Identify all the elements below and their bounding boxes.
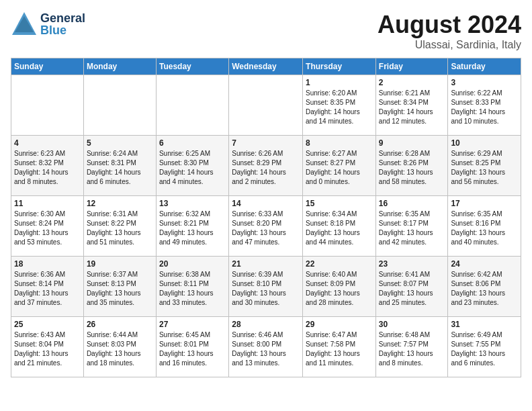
day-info: Sunrise: 6:48 AM Sunset: 7:57 PM Dayligh… [379,330,445,368]
calendar-day-cell: 18Sunrise: 6:36 AM Sunset: 8:14 PM Dayli… [11,257,84,317]
logo-blue: Blue [40,24,85,36]
day-number: 4 [14,138,81,148]
day-number: 31 [451,320,518,329]
day-info: Sunrise: 6:46 AM Sunset: 8:00 PM Dayligh… [232,330,300,368]
day-info: Sunrise: 6:20 AM Sunset: 8:35 PM Dayligh… [306,89,373,126]
day-number: 11 [14,199,81,208]
day-number: 13 [159,199,226,208]
day-number: 17 [451,199,518,208]
day-info: Sunrise: 6:34 AM Sunset: 8:18 PM Dayligh… [306,210,373,247]
day-number: 28 [232,320,300,329]
day-number: 20 [159,259,226,269]
calendar-day-cell: 3Sunrise: 6:22 AM Sunset: 8:33 PM Daylig… [448,75,521,136]
calendar-day-header: Monday [83,58,156,75]
day-info: Sunrise: 6:37 AM Sunset: 8:13 PM Dayligh… [87,270,153,308]
calendar-day-cell: 30Sunrise: 6:48 AM Sunset: 7:57 PM Dayli… [375,317,448,377]
logo: General Blue [11,11,85,38]
calendar-header-row: SundayMondayTuesdayWednesdayThursdayFrid… [11,58,521,75]
day-info: Sunrise: 6:23 AM Sunset: 8:32 PM Dayligh… [14,149,81,187]
calendar-day-cell: 20Sunrise: 6:38 AM Sunset: 8:11 PM Dayli… [156,257,228,317]
calendar-week-row: 4Sunrise: 6:23 AM Sunset: 8:32 PM Daylig… [11,136,521,196]
title-area: August 2024 Ulassai, Sardinia, Italy [378,11,521,51]
day-number: 6 [159,138,226,148]
day-info: Sunrise: 6:41 AM Sunset: 8:07 PM Dayligh… [379,270,445,308]
day-number: 12 [87,199,153,208]
logo-general: General [40,12,85,24]
calendar-day-cell: 8Sunrise: 6:27 AM Sunset: 8:27 PM Daylig… [303,136,376,196]
day-info: Sunrise: 6:28 AM Sunset: 8:26 PM Dayligh… [379,149,445,187]
day-info: Sunrise: 6:26 AM Sunset: 8:29 PM Dayligh… [232,149,300,187]
day-number: 30 [379,320,445,329]
day-number: 22 [306,259,373,269]
calendar-day-cell [156,75,228,136]
calendar-day-cell: 21Sunrise: 6:39 AM Sunset: 8:10 PM Dayli… [229,257,303,317]
calendar-day-header: Thursday [303,58,376,75]
calendar-day-cell: 11Sunrise: 6:30 AM Sunset: 8:24 PM Dayli… [11,196,84,257]
calendar-day-cell: 28Sunrise: 6:46 AM Sunset: 8:00 PM Dayli… [229,317,303,377]
calendar-day-cell: 26Sunrise: 6:44 AM Sunset: 8:03 PM Dayli… [83,317,156,377]
day-info: Sunrise: 6:27 AM Sunset: 8:27 PM Dayligh… [306,149,373,187]
calendar-day-cell: 14Sunrise: 6:33 AM Sunset: 8:20 PM Dayli… [229,196,303,257]
day-info: Sunrise: 6:22 AM Sunset: 8:33 PM Dayligh… [451,89,518,126]
calendar-day-cell: 1Sunrise: 6:20 AM Sunset: 8:35 PM Daylig… [303,75,376,136]
day-info: Sunrise: 6:36 AM Sunset: 8:14 PM Dayligh… [14,270,81,308]
calendar-week-row: 11Sunrise: 6:30 AM Sunset: 8:24 PM Dayli… [11,196,521,257]
calendar-week-row: 18Sunrise: 6:36 AM Sunset: 8:14 PM Dayli… [11,257,521,317]
page-header: General Blue August 2024 Ulassai, Sardin… [11,11,521,51]
day-number: 8 [306,138,373,148]
calendar-day-header: Sunday [11,58,84,75]
calendar-day-cell: 16Sunrise: 6:35 AM Sunset: 8:17 PM Dayli… [375,196,448,257]
calendar-day-cell: 23Sunrise: 6:41 AM Sunset: 8:07 PM Dayli… [375,257,448,317]
location-subtitle: Ulassai, Sardinia, Italy [378,39,521,51]
calendar-day-cell: 13Sunrise: 6:32 AM Sunset: 8:21 PM Dayli… [156,196,228,257]
calendar-day-cell: 27Sunrise: 6:45 AM Sunset: 8:01 PM Dayli… [156,317,228,377]
day-number: 9 [379,138,445,148]
logo-icon [11,11,38,38]
day-number: 10 [451,138,518,148]
calendar-day-cell: 2Sunrise: 6:21 AM Sunset: 8:34 PM Daylig… [375,75,448,136]
calendar-day-cell: 10Sunrise: 6:29 AM Sunset: 8:25 PM Dayli… [448,136,521,196]
day-number: 19 [87,259,153,269]
day-number: 15 [306,199,373,208]
day-info: Sunrise: 6:29 AM Sunset: 8:25 PM Dayligh… [451,149,518,187]
day-info: Sunrise: 6:32 AM Sunset: 8:21 PM Dayligh… [159,210,226,247]
day-info: Sunrise: 6:40 AM Sunset: 8:09 PM Dayligh… [306,270,373,308]
day-info: Sunrise: 6:35 AM Sunset: 8:16 PM Dayligh… [451,210,518,247]
day-number: 21 [232,259,300,269]
calendar-day-cell: 5Sunrise: 6:24 AM Sunset: 8:31 PM Daylig… [83,136,156,196]
calendar-day-cell: 25Sunrise: 6:43 AM Sunset: 8:04 PM Dayli… [11,317,84,377]
day-info: Sunrise: 6:38 AM Sunset: 8:11 PM Dayligh… [159,270,226,308]
svg-marker-1 [15,16,34,32]
day-number: 27 [159,320,226,329]
day-number: 18 [14,259,81,269]
month-year-title: August 2024 [378,11,521,39]
day-info: Sunrise: 6:45 AM Sunset: 8:01 PM Dayligh… [159,330,226,368]
calendar-day-header: Saturday [448,58,521,75]
calendar-day-cell: 24Sunrise: 6:42 AM Sunset: 8:06 PM Dayli… [448,257,521,317]
day-info: Sunrise: 6:31 AM Sunset: 8:22 PM Dayligh… [87,210,153,247]
day-info: Sunrise: 6:44 AM Sunset: 8:03 PM Dayligh… [87,330,153,368]
day-info: Sunrise: 6:42 AM Sunset: 8:06 PM Dayligh… [451,270,518,308]
day-info: Sunrise: 6:30 AM Sunset: 8:24 PM Dayligh… [14,210,81,247]
day-number: 23 [379,259,445,269]
day-info: Sunrise: 6:21 AM Sunset: 8:34 PM Dayligh… [379,89,445,126]
day-number: 1 [306,78,373,87]
calendar-day-header: Friday [375,58,448,75]
day-info: Sunrise: 6:47 AM Sunset: 7:58 PM Dayligh… [306,330,373,368]
calendar-day-cell: 6Sunrise: 6:25 AM Sunset: 8:30 PM Daylig… [156,136,228,196]
day-number: 5 [87,138,153,148]
calendar-day-cell [229,75,303,136]
calendar-day-header: Tuesday [156,58,228,75]
calendar-day-cell [11,75,84,136]
calendar-day-header: Wednesday [229,58,303,75]
day-info: Sunrise: 6:24 AM Sunset: 8:31 PM Dayligh… [87,149,153,187]
day-info: Sunrise: 6:39 AM Sunset: 8:10 PM Dayligh… [232,270,300,308]
day-number: 16 [379,199,445,208]
day-info: Sunrise: 6:43 AM Sunset: 8:04 PM Dayligh… [14,330,81,368]
calendar-day-cell: 9Sunrise: 6:28 AM Sunset: 8:26 PM Daylig… [375,136,448,196]
day-number: 14 [232,199,300,208]
day-number: 26 [87,320,153,329]
day-number: 2 [379,78,445,87]
calendar-day-cell: 12Sunrise: 6:31 AM Sunset: 8:22 PM Dayli… [83,196,156,257]
day-number: 24 [451,259,518,269]
